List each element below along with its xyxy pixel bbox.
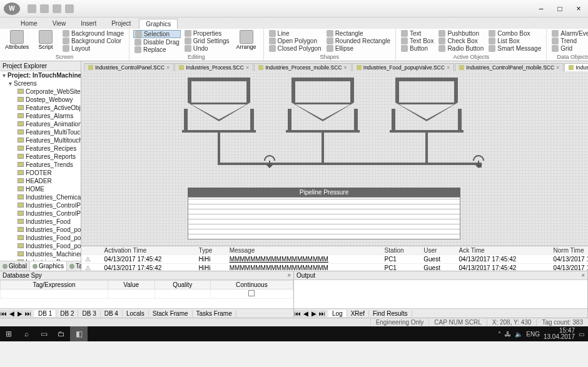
maximize-button[interactable]: □	[550, 2, 569, 16]
qat-redo-icon[interactable]	[53, 4, 61, 13]
bgimage-button[interactable]: Background Image	[61, 30, 125, 37]
design-canvas[interactable]: Pipeline Pressure	[81, 71, 588, 246]
close-button[interactable]: ×	[569, 2, 588, 16]
openpoly-button[interactable]: Open Polygon	[268, 38, 323, 44]
rectangle-button[interactable]: Rectangle	[325, 30, 392, 37]
tray-clock[interactable]: 15:47 13.04.2017	[544, 328, 575, 340]
dbspy-foot-tab[interactable]: DB 3	[78, 310, 100, 317]
tree-item[interactable]: Industries_Machinery	[0, 250, 81, 258]
textbox-button[interactable]: Text Box	[400, 38, 435, 44]
tab-close-icon[interactable]: ×	[166, 64, 170, 71]
nav-first-icon[interactable]: ⏮	[294, 310, 302, 317]
alarm-row[interactable]: ⚠04/13/2017 17:45:42HiHiMMMMMMMMMMMMMMMM…	[81, 255, 588, 264]
checkbox-button[interactable]: Check Box	[437, 38, 485, 44]
dbspy-foot-tab[interactable]: DB 2	[56, 310, 78, 317]
alarm-grid[interactable]: Activation TimeTypeMessageStationUserAck…	[81, 246, 588, 271]
tree-item[interactable]: Features_ActiveObjects	[0, 104, 81, 112]
attributes-button[interactable]: Attributes	[4, 30, 30, 53]
taskview-button[interactable]: ▭	[35, 326, 53, 341]
doc-tab[interactable]: Industries_Process.SCC×	[175, 63, 253, 71]
tree-item[interactable]: HOME	[0, 185, 81, 193]
ribbon-tab-view[interactable]: View	[46, 18, 73, 29]
tray-network-icon[interactable]: 🖧	[505, 331, 511, 338]
dbspy-col-value[interactable]: Value	[108, 281, 155, 289]
explorer-button[interactable]: 🗀	[53, 326, 70, 341]
undo-button[interactable]: Undo	[183, 45, 231, 52]
nav-prev-icon[interactable]: ◀	[8, 310, 16, 317]
alarm-col-header[interactable]: Station	[380, 246, 420, 255]
trend-button[interactable]: Trend	[550, 38, 588, 44]
tree-item[interactable]: Corporate_WebSite	[0, 88, 81, 96]
tree-item[interactable]: Features_Multitouch_popupFl	[0, 136, 81, 144]
dbspy-col-tag[interactable]: Tag/Expression	[1, 281, 108, 289]
nav-last-icon[interactable]: ⏭	[24, 310, 32, 317]
hopper-1[interactable]	[188, 78, 250, 121]
tray-up-icon[interactable]: ˄	[498, 331, 501, 338]
output-close-icon[interactable]: ×	[581, 272, 585, 279]
tree-item[interactable]: HEADER	[0, 177, 81, 185]
alarm-col-header[interactable]: Type	[195, 246, 226, 255]
roundrect-button[interactable]: Rounded Rectangle	[325, 38, 392, 44]
qat-save-icon[interactable]	[28, 4, 36, 13]
nav-first-icon[interactable]: ⏮	[0, 310, 8, 317]
tree-item[interactable]: Features_Alarms	[0, 112, 81, 120]
hopper-2[interactable]	[291, 78, 354, 121]
script-button[interactable]: Script	[33, 30, 59, 53]
dbspy-close-icon[interactable]: ×	[287, 272, 291, 279]
dbspy-foot-tab[interactable]: DB 4	[101, 310, 123, 317]
layout-button[interactable]: Layout	[61, 45, 125, 52]
ribbon-tab-insert[interactable]: Insert	[74, 18, 103, 29]
nav-last-icon[interactable]: ⏭	[318, 310, 326, 317]
radio-button[interactable]: Radio Button	[437, 45, 485, 52]
dbspy-row[interactable]	[1, 289, 293, 299]
valve-2[interactable]	[473, 155, 484, 166]
tree-item[interactable]: Industries_Food_popupMoto	[0, 226, 81, 234]
text-button[interactable]: Text	[400, 30, 435, 37]
continuous-checkbox[interactable]	[248, 290, 255, 296]
tree-item[interactable]: Industries_Chemical	[0, 193, 81, 201]
alarm-row[interactable]: ⚠04/13/2017 17:45:42HiHiMMMMMMMMMMMMMMMM…	[81, 264, 588, 271]
tab-close-icon[interactable]: ×	[556, 64, 559, 71]
tree-item[interactable]: Features_Trends	[0, 161, 81, 169]
pipeline-pressure-table[interactable]: Pipeline Pressure	[188, 188, 460, 239]
alarm-col-header[interactable]: Message	[226, 246, 381, 255]
doc-tab[interactable]: Industries_ControlPanel.SCC×	[84, 63, 174, 71]
minimize-button[interactable]: –	[532, 2, 550, 16]
qat-more-icon[interactable]	[65, 4, 74, 13]
valve-1[interactable]	[264, 155, 275, 166]
doc-tab[interactable]: Industries_Food_popupValve.SCC×	[352, 63, 455, 71]
tree-screens[interactable]: ▾Screens	[0, 79, 81, 88]
gridsettings-button[interactable]: Grid Settings	[183, 38, 231, 44]
ribbon-tab-graphics[interactable]: Graphics	[139, 19, 178, 29]
alarm-col-header[interactable]	[81, 246, 101, 255]
search-button[interactable]: ⌕	[18, 326, 35, 341]
gridobj-button[interactable]: Grid	[550, 45, 588, 52]
bgcolor-button[interactable]: Background Color	[61, 38, 125, 44]
selection-button[interactable]: Selection	[133, 30, 181, 38]
pipe-2[interactable]	[322, 130, 324, 163]
tab-close-icon[interactable]: ×	[344, 64, 347, 71]
closedpoly-button[interactable]: Closed Polygon	[268, 45, 323, 52]
smartmsg-button[interactable]: Smart Message	[487, 45, 542, 52]
hopper-3[interactable]	[395, 78, 458, 121]
dbspy-foot-tab[interactable]: Locals	[123, 310, 149, 317]
pushbutton-button[interactable]: Pushbutton	[437, 30, 485, 37]
tree-item[interactable]: Industries_Food_popupTank	[0, 234, 81, 242]
tree-item[interactable]: Industries_ControlPanel_mob	[0, 209, 81, 218]
pipe-main[interactable]	[218, 163, 480, 165]
alarm-col-header[interactable]: Activation Time	[101, 246, 195, 255]
tree-item[interactable]: Features_MultiTouch	[0, 128, 81, 136]
tree-item[interactable]: Industries_ControlPanel	[0, 201, 81, 209]
alarm-col-header[interactable]: User	[420, 246, 455, 255]
nav-next-icon[interactable]: ▶	[310, 310, 318, 317]
dbspy-foot-tab[interactable]: Tasks Frame	[193, 310, 236, 317]
arrange-button[interactable]: Arrange	[233, 30, 260, 53]
doc-tab[interactable]: Industries_Process_mobile.SCC×	[254, 63, 352, 71]
nav-next-icon[interactable]: ▶	[16, 310, 24, 317]
pe-tab-global[interactable]: Global	[0, 261, 30, 271]
replace-button[interactable]: Replace	[133, 46, 181, 53]
tree-item[interactable]: Dostep_Webowy	[0, 96, 81, 104]
dbspy-body[interactable]: Tag/Expression Value Quality Continuous	[0, 280, 293, 308]
tree-item[interactable]: Industries_Food_popupValve	[0, 242, 81, 250]
ribbon-tab-home[interactable]: Home	[14, 18, 44, 29]
